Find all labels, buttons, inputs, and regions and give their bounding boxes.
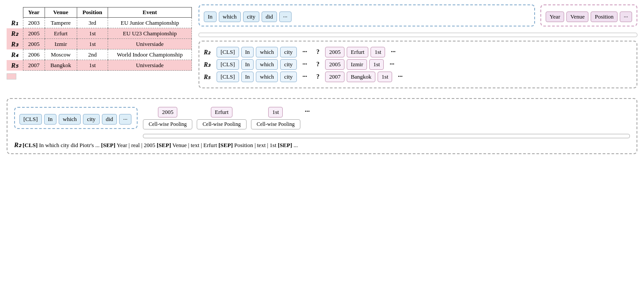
row-label: R₂ [7, 28, 23, 39]
utterance-repr-token: city [243, 11, 260, 22]
utterance-repr-token: In [204, 11, 217, 22]
table-row: R₂2005Erfurt1stEU U23 Championship [7, 28, 192, 39]
col-header-year: Year [23, 8, 45, 18]
column-repr-token: Year [546, 11, 564, 22]
cell-pooling: Cell-wise Pooling [251, 119, 300, 129]
table-cell: 2005 [23, 28, 45, 39]
vsa-token: [CLS] [217, 59, 239, 70]
vertical-pooling-box [198, 33, 637, 37]
table-cell: 1st [77, 60, 108, 71]
table-cell: 2006 [23, 49, 45, 60]
column-repr-token: Venue [566, 11, 589, 22]
vsa-row: R₃[CLS]Inwhichcity···?2005Izmir1st··· [204, 59, 632, 70]
utterance-repr-token: ··· [279, 11, 292, 22]
utterance-rep-box: Inwhichcitydid··· [198, 4, 535, 27]
table-cell: Izmir [45, 39, 77, 49]
vsa-token: 2005 [325, 59, 344, 70]
cell-group: 2005Cell-wise Pooling [143, 107, 192, 129]
utterance-vector-token: [CLS] [19, 114, 42, 125]
table-cell: Tampere [45, 18, 77, 28]
vsa-token: ··· [299, 47, 311, 57]
vsa-token: In [241, 72, 254, 82]
table-cell: World Indoor Championship [108, 49, 192, 60]
utterance-repr-tokens: Inwhichcitydid··· [204, 11, 530, 22]
vsa-token: ··· [394, 72, 406, 82]
vsa-token: city [280, 59, 297, 70]
right-top-panel: Inwhichcitydid··· YearVenuePosition··· R… [198, 4, 637, 95]
col-header-venue: Venue [45, 8, 77, 18]
vsa-row-label: R₅ [204, 73, 214, 81]
row-label: R₃ [7, 39, 23, 49]
vsa-token: Izmir [347, 59, 367, 70]
vsa-row: R₅[CLS]Inwhichcity···?2007Bangkok1st··· [204, 72, 632, 82]
table-cell: Universiade [108, 39, 192, 49]
vsa-token: ? [313, 72, 323, 82]
utterance-vector-tokens: [CLS]Inwhichcitydid··· [19, 114, 132, 125]
vsa-token: ··· [386, 60, 398, 69]
vsa-token: In [241, 59, 254, 70]
vsa-token: city [280, 47, 297, 57]
vsa-token: 1st [378, 72, 392, 82]
data-table: Year Venue Position Event R₁2003Tampere3… [7, 7, 192, 71]
table-cell: 2003 [23, 18, 45, 28]
bert-sequence: [CLS] In which city did Piotr's ... [SEP… [21, 142, 298, 148]
table-cell: 1st [77, 28, 108, 39]
cell-group: 1stCell-wise Pooling [251, 107, 300, 129]
bottom-inner: [CLS]Inwhichcitydid··· 2005Cell-wise Poo… [14, 107, 630, 138]
row-label: R₄ [7, 49, 23, 60]
cell-value: 1st [268, 107, 283, 117]
main-container: Year Venue Position Event R₁2003Tampere3… [0, 0, 644, 159]
utterance-vector-token: In [44, 114, 57, 125]
vsa-row: R₂[CLS]Inwhichcity···?2005Erfurt1st··· [204, 47, 632, 57]
cell-pooling: Cell-wise Pooling [197, 119, 246, 129]
table-cell: 1st [77, 39, 108, 49]
vsa-token: which [256, 47, 278, 57]
cell-value: Erfurt [211, 107, 232, 117]
row-label: R₅ [7, 60, 23, 71]
bert-r2-label: R₂ [14, 141, 21, 148]
vsa-token: which [256, 59, 278, 70]
vsa-token: which [256, 72, 278, 82]
vsa-row-label: R₂ [204, 49, 214, 56]
vsa-token: [CLS] [217, 47, 239, 57]
vsa-token: ? [313, 60, 323, 69]
utterance-repr-token: did [262, 11, 277, 22]
vsa-token: [CLS] [217, 72, 239, 82]
vsa-token: In [241, 47, 254, 57]
vsa-token: 2005 [325, 47, 344, 57]
table-cell: Bangkok [45, 60, 77, 71]
table-row: R₁2003Tampere3rdEU Junior Championship [7, 18, 192, 28]
col-header-position: Position [77, 8, 108, 18]
table-cell: EU U23 Championship [108, 28, 192, 39]
column-repr-tokens: YearVenuePosition··· [546, 11, 632, 22]
vsa-token: Erfurt [347, 47, 368, 57]
table-cell: Erfurt [45, 28, 77, 39]
cell-group: ErfurtCell-wise Pooling [197, 107, 246, 129]
vsa-token: city [280, 72, 297, 82]
column-repr-token: Position [591, 11, 618, 22]
utterance-vector-token: ··· [119, 114, 131, 125]
top-representations: Inwhichcitydid··· YearVenuePosition··· [198, 4, 637, 27]
vsa-rows: R₂[CLS]Inwhichcity···?2005Erfurt1st···R₃… [204, 47, 632, 82]
utterance-vectors-box: [CLS]Inwhichcitydid··· [14, 107, 138, 129]
table-cell: Universiade [108, 60, 192, 71]
cell-pooling: Cell-wise Pooling [143, 119, 192, 129]
col-header-event: Event [108, 8, 192, 18]
row-label: R₁ [7, 18, 23, 28]
table-cell: 2005 [23, 39, 45, 49]
cell-value: 2005 [158, 107, 177, 117]
table-cell: 2nd [77, 49, 108, 60]
cell-vectors-top: 2005Cell-wise PoolingErfurtCell-wise Poo… [143, 107, 630, 129]
cell-vectors-area: 2005Cell-wise PoolingErfurtCell-wise Poo… [143, 107, 630, 138]
vsa-token: ··· [299, 72, 311, 82]
vsa-token: 1st [369, 59, 384, 70]
vsa-token: 1st [371, 47, 385, 57]
utterance-repr-token: which [219, 11, 241, 22]
legend-area [7, 73, 192, 80]
table-cell: 3rd [77, 18, 108, 28]
legend-box [7, 73, 16, 80]
bert-row: R₂ [CLS] In which city did Piotr's ... [… [14, 141, 630, 149]
transformer-box [143, 134, 630, 138]
table-row: R₃2005Izmir1stUniversiade [7, 39, 192, 49]
table-cell: Moscow [45, 49, 77, 60]
